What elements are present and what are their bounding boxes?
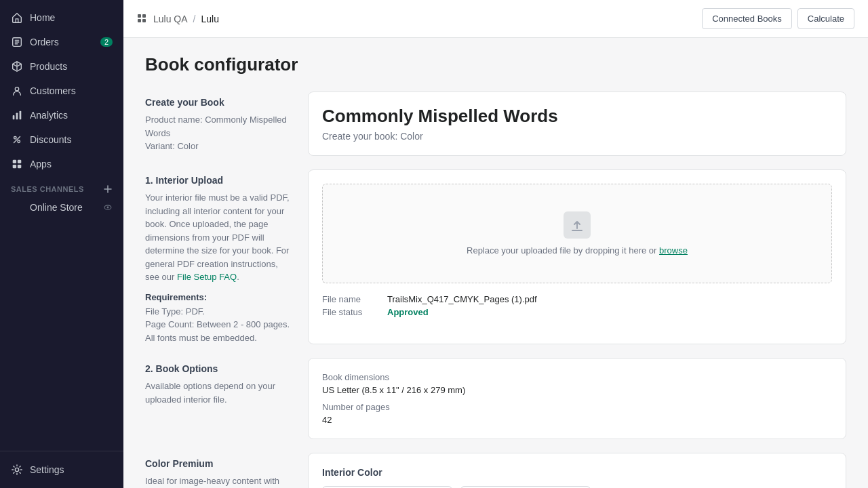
breadcrumb-shop[interactable]: Lulu QA	[153, 14, 188, 24]
connected-books-button[interactable]: Connected Books	[702, 8, 792, 29]
sidebar-item-customers-label: Customers	[30, 85, 76, 96]
calculate-button[interactable]: Calculate	[797, 8, 854, 29]
orders-badge: 2	[100, 37, 113, 47]
requirements: Requirements: File Type: PDF. Page Count…	[145, 292, 294, 345]
file-status-label: File status	[322, 307, 376, 317]
sidebar: Home Orders 2 Products	[0, 0, 123, 488]
req2: Page Count: Between 2 - 800 pages.	[145, 318, 294, 331]
pages-option: Number of pages 42	[322, 402, 390, 425]
file-name-label: File name	[322, 294, 376, 304]
svg-rect-15	[142, 14, 146, 18]
file-name-row: File name TrailsMix_Q417_CMYK_Pages (1).…	[322, 294, 832, 304]
sidebar-bottom: Settings	[0, 451, 123, 488]
create-book-left: Create your Book Product name: Commonly …	[145, 92, 294, 156]
sales-channels-section: SALES CHANNELS	[0, 176, 123, 197]
svg-point-1	[15, 87, 18, 91]
upload-icon	[564, 211, 591, 239]
svg-rect-17	[142, 19, 146, 22]
home-icon	[11, 12, 23, 24]
dimensions-label: Book dimensions	[322, 372, 465, 382]
interior-upload-desc: Your interior file must be a valid PDF, …	[145, 191, 294, 284]
svg-point-5	[14, 137, 17, 140]
upload-dropzone[interactable]: Replace your uploaded file by dropping i…	[322, 184, 832, 283]
svg-rect-3	[16, 113, 18, 119]
interior-upload-left: 1. Interior Upload Your interior file mu…	[145, 169, 294, 344]
svg-rect-7	[13, 160, 16, 163]
file-status-value: Approved	[387, 307, 429, 317]
sidebar-item-orders[interactable]: Orders 2	[0, 30, 123, 54]
svg-rect-14	[138, 14, 141, 18]
dimensions-value: US Letter (8.5 x 11" / 216 x 279 mm)	[322, 385, 465, 395]
discounts-icon	[11, 134, 23, 146]
shop-grid-icon	[137, 14, 148, 24]
color-premium-card: Interior Color Black & White Standard Bl…	[308, 453, 846, 488]
book-options-desc: Available options depend on your uploade…	[145, 380, 294, 406]
book-options-details: Book dimensions US Letter (8.5 x 11" / 2…	[322, 372, 832, 395]
browse-link[interactable]: browse	[659, 245, 688, 256]
settings-item[interactable]: Settings	[11, 460, 113, 480]
create-book-product: Product name: Commonly Mispelled Words	[145, 113, 294, 140]
req3: All fonts must be embedded.	[145, 331, 294, 345]
sidebar-item-customers[interactable]: Customers	[0, 79, 123, 103]
svg-rect-19	[572, 230, 583, 231]
create-book-heading: Create your Book	[145, 97, 294, 108]
pages-row: Number of pages 42	[322, 402, 832, 425]
pages-label: Number of pages	[322, 402, 390, 412]
book-subtitle: Create your book: Color	[322, 131, 832, 142]
svg-rect-10	[18, 165, 21, 168]
online-store-label: Online Store	[30, 202, 83, 213]
interior-color-title: Interior Color	[322, 467, 832, 478]
file-setup-faq-link[interactable]: File Setup FAQ	[177, 272, 237, 282]
color-premium-desc: Ideal for image-heavy content with heavy…	[145, 474, 294, 488]
sidebar-item-discounts[interactable]: Discounts	[0, 127, 123, 152]
sidebar-item-orders-label: Orders	[30, 37, 59, 47]
color-premium-heading: Color Premium	[145, 458, 294, 469]
svg-point-6	[18, 140, 20, 143]
upload-text: Replace your uploaded file by dropping i…	[467, 245, 688, 256]
create-book-variant: Variant: Color	[145, 140, 294, 153]
file-info: File name TrailsMix_Q417_CMYK_Pages (1).…	[322, 294, 832, 317]
sidebar-item-apps[interactable]: Apps	[0, 152, 123, 176]
add-sales-channel-icon[interactable]	[103, 184, 113, 194]
create-book-section: Create your Book Product name: Commonly …	[145, 92, 846, 156]
products-icon	[11, 60, 23, 73]
sidebar-item-home[interactable]: Home	[0, 5, 123, 30]
sidebar-item-apps-label: Apps	[30, 159, 52, 169]
svg-rect-9	[13, 165, 16, 168]
sidebar-item-analytics[interactable]: Analytics	[0, 103, 123, 127]
interior-upload-card: Replace your uploaded file by dropping i…	[308, 169, 846, 344]
book-options-heading: 2. Book Options	[145, 363, 294, 374]
interior-upload-heading: 1. Interior Upload	[145, 175, 294, 186]
book-options-section: 2. Book Options Available options depend…	[145, 358, 846, 439]
color-premium-section: Color Premium Ideal for image-heavy cont…	[145, 453, 846, 488]
settings-label: Settings	[30, 464, 64, 475]
svg-rect-2	[13, 115, 15, 119]
apps-icon	[11, 158, 23, 170]
svg-point-13	[15, 468, 18, 471]
book-title: Commonly Mispelled Words	[322, 106, 832, 127]
page-content: Book configurator Create your Book Produ…	[123, 38, 868, 488]
sidebar-item-discounts-label: Discounts	[30, 134, 71, 145]
sidebar-item-online-store[interactable]: Online Store	[0, 197, 123, 218]
book-options-card: Book dimensions US Letter (8.5 x 11" / 2…	[308, 358, 846, 439]
svg-rect-4	[20, 111, 22, 120]
breadcrumb-separator: /	[193, 14, 196, 24]
sidebar-nav: Home Orders 2 Products	[0, 0, 123, 451]
pages-value: 42	[322, 415, 390, 425]
book-options-left: 2. Book Options Available options depend…	[145, 358, 294, 439]
breadcrumb: Lulu QA / Lulu	[137, 14, 219, 24]
header: Lulu QA / Lulu Connected Books Calculate	[123, 0, 868, 38]
eye-icon	[103, 203, 113, 212]
book-title-card: Commonly Mispelled Words Create your boo…	[308, 92, 846, 156]
sidebar-item-products[interactable]: Products	[0, 54, 123, 79]
orders-icon	[11, 36, 23, 48]
header-actions: Connected Books Calculate	[702, 8, 854, 29]
sidebar-item-analytics-label: Analytics	[30, 110, 68, 121]
svg-point-12	[107, 207, 109, 209]
svg-rect-8	[18, 160, 21, 163]
page-title: Book configurator	[145, 54, 846, 75]
color-premium-left: Color Premium Ideal for image-heavy cont…	[145, 453, 294, 488]
file-status-row: File status Approved	[322, 307, 832, 317]
requirements-heading: Requirements:	[145, 292, 294, 302]
customers-icon	[11, 85, 23, 97]
